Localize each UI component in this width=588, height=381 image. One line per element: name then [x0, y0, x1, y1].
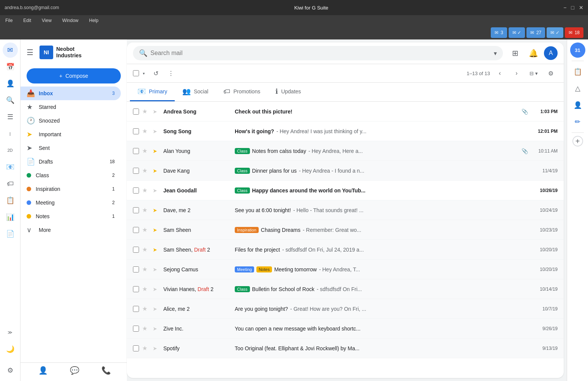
refresh-button[interactable]: ↺	[149, 66, 163, 80]
account-notif-3[interactable]: ✉ 27	[526, 27, 545, 38]
sidebar-item-drafts[interactable]: 📄 Drafts 18	[21, 155, 121, 168]
email-row[interactable]: ★➤Vivian Hanes, Draft 2ClassBulletin for…	[127, 279, 564, 299]
search-input[interactable]	[150, 50, 491, 57]
email-checkbox[interactable]	[133, 187, 139, 194]
email-important-icon[interactable]: ➤	[153, 109, 160, 115]
email-important-icon[interactable]: ➤	[153, 266, 160, 272]
email-important-icon[interactable]: ➤	[153, 326, 160, 332]
more-options-button[interactable]: ⋮	[164, 66, 178, 80]
select-all-checkbox[interactable]	[133, 70, 139, 76]
view-options-button[interactable]: ⊟ ▾	[526, 69, 541, 78]
next-page-button[interactable]: ›	[510, 66, 523, 80]
settings-button[interactable]: ⚙	[544, 66, 558, 80]
email-important-icon[interactable]: ➤	[153, 345, 160, 351]
email-star-icon[interactable]: ★	[142, 266, 150, 273]
tab-updates[interactable]: ℹ Updates	[268, 83, 308, 101]
sidebar-item-more[interactable]: ∨ More	[21, 223, 121, 237]
email-star-icon[interactable]: ★	[142, 345, 150, 352]
iconbar-filter[interactable]: ☰	[3, 109, 18, 124]
tab-social[interactable]: 👥 Social	[175, 83, 216, 101]
email-row[interactable]: ★➤Sam Sheen, Draft 2Files for the projec…	[127, 240, 564, 260]
edit-panel-icon[interactable]: ✏	[570, 114, 585, 129]
iconbar-search[interactable]: 🔍	[3, 93, 18, 108]
compose-button[interactable]: + Compose	[27, 68, 121, 83]
sidebar-item-inspiration[interactable]: Inspiration 1	[21, 182, 121, 196]
menu-edit[interactable]: Edit	[21, 17, 33, 24]
email-star-icon[interactable]: ★	[142, 187, 150, 194]
email-row[interactable]: ★➤SpotifyToo Original (feat. Elliphant &…	[127, 338, 564, 358]
email-checkbox[interactable]	[133, 168, 139, 174]
sidebar-item-notes[interactable]: Notes 1	[21, 209, 121, 223]
email-checkbox[interactable]	[133, 148, 139, 154]
sidebar-item-snoozed[interactable]: 🕐 Snoozed	[21, 114, 121, 128]
iconbar-tag[interactable]: ↕	[3, 126, 18, 141]
email-checkbox[interactable]	[133, 345, 139, 351]
notification-bell-icon[interactable]: 🔔	[526, 46, 541, 61]
sidebar-item-meeting[interactable]: Meeting 2	[21, 196, 121, 209]
iconbar-inbox[interactable]: 📧	[3, 159, 18, 175]
iconbar-mail[interactable]: ✉	[3, 43, 18, 58]
menu-window[interactable]: Window	[60, 17, 81, 24]
email-star-icon[interactable]: ★	[142, 325, 150, 332]
account-notif-5[interactable]: ✉ 18	[565, 27, 583, 38]
iconbar-expand[interactable]: ≫	[3, 325, 18, 340]
email-star-icon[interactable]: ★	[142, 147, 150, 154]
email-important-icon[interactable]: ➤	[153, 306, 160, 312]
email-star-icon[interactable]: ★	[142, 167, 150, 174]
select-dropdown-button[interactable]: ▾	[140, 66, 147, 80]
avatar[interactable]: A	[544, 46, 558, 60]
email-star-icon[interactable]: ★	[142, 246, 150, 253]
email-star-icon[interactable]: ★	[142, 206, 150, 214]
email-checkbox[interactable]	[133, 128, 139, 134]
sidebar-item-starred[interactable]: ★ Starred	[21, 100, 121, 114]
close-button[interactable]: ✕	[579, 5, 583, 11]
email-star-icon[interactable]: ★	[142, 285, 150, 293]
apps-icon[interactable]: ⊞	[507, 46, 523, 61]
iconbar-settings[interactable]: ⚙	[3, 363, 18, 378]
iconbar-table[interactable]: 📊	[3, 209, 18, 225]
email-important-icon[interactable]: ➤	[153, 128, 160, 134]
sidebar-item-inbox[interactable]: 📥 Inbox 3	[21, 87, 121, 100]
email-row[interactable]: ★➤Dave KangClassDinner plans for us- Hey…	[127, 161, 564, 181]
email-checkbox[interactable]	[133, 207, 139, 213]
email-star-icon[interactable]: ★	[142, 226, 150, 233]
email-checkbox[interactable]	[133, 247, 139, 253]
email-important-icon[interactable]: ➤	[153, 187, 160, 194]
maximize-button[interactable]: □	[571, 5, 574, 11]
bottom-chat-icon[interactable]: 💬	[70, 366, 77, 375]
email-row[interactable]: ★➤Song SongHow's it going?- Hey Andrea! …	[127, 121, 564, 141]
menu-help[interactable]: Help	[87, 17, 101, 24]
email-checkbox[interactable]	[133, 326, 139, 332]
bottom-contacts-icon[interactable]: 👤	[38, 366, 46, 375]
email-row[interactable]: ★➤Sam SheenInspirationChasing Dreams- Re…	[127, 220, 564, 240]
tab-promotions[interactable]: 🏷 Promotions	[216, 83, 268, 101]
iconbar-moon[interactable]: 🌙	[3, 342, 18, 357]
bottom-phone-icon[interactable]: 📞	[101, 366, 109, 375]
calendar-panel-icon[interactable]: 31	[570, 43, 585, 58]
iconbar-doc[interactable]: 📋	[3, 193, 18, 208]
email-checkbox[interactable]	[133, 266, 139, 272]
email-checkbox[interactable]	[133, 306, 139, 312]
email-row[interactable]: ★➤Dave, me 2See you at 6:00 tonight!- He…	[127, 200, 564, 220]
tasks-panel-icon[interactable]: △	[570, 81, 585, 96]
prev-page-button[interactable]: ‹	[493, 66, 507, 80]
email-important-icon[interactable]: ➤	[153, 207, 160, 213]
email-row[interactable]: ★➤Alan YoungClassNotes from calss today-…	[127, 141, 564, 161]
iconbar-label[interactable]: 🏷	[3, 176, 18, 191]
email-checkbox[interactable]	[133, 227, 139, 233]
email-row[interactable]: ★➤Alice, me 2Are you going tonight?- Gre…	[127, 299, 564, 319]
email-important-icon[interactable]: ➤	[153, 168, 160, 174]
tab-primary[interactable]: 📧 Primary	[130, 83, 175, 101]
add-panel-button[interactable]: +	[572, 136, 583, 146]
account-notif-4[interactable]: ✉ ✓	[547, 27, 563, 38]
email-row[interactable]: ★➤Andrea SongCheck out this picture!📎1:0…	[127, 102, 564, 121]
menu-view[interactable]: View	[40, 17, 54, 24]
email-star-icon[interactable]: ★	[142, 128, 150, 135]
menu-file[interactable]: File	[3, 17, 15, 24]
email-row[interactable]: ★➤Sejong CamusMeetingNotesMeeting tomorr…	[127, 260, 564, 279]
hamburger-menu[interactable]: ☰	[27, 48, 33, 57]
email-checkbox[interactable]	[133, 109, 139, 115]
email-star-icon[interactable]: ★	[142, 305, 150, 312]
minimize-button[interactable]: −	[563, 5, 566, 11]
iconbar-doc2[interactable]: 📄	[3, 226, 18, 241]
